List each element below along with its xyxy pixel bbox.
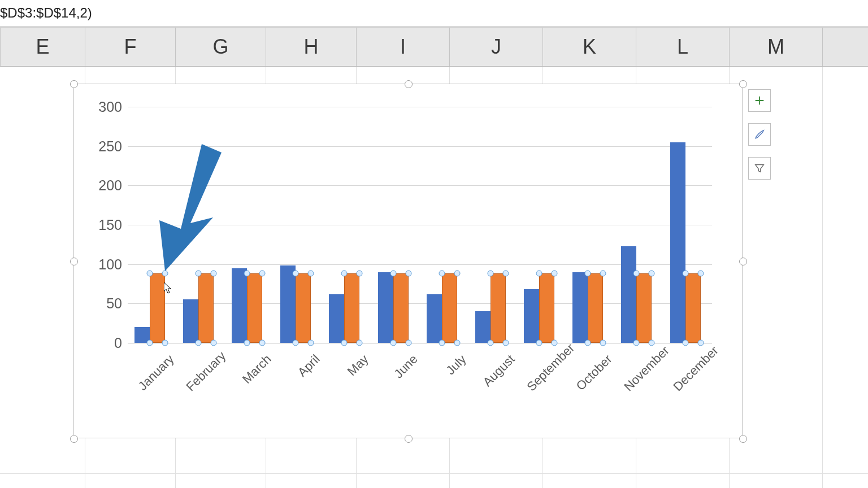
bar-series2[interactable] — [588, 273, 603, 343]
column-header-F[interactable]: F — [85, 28, 176, 66]
series-selection-handle[interactable] — [502, 271, 509, 277]
x-tick-label: August — [475, 352, 518, 394]
bar-series2[interactable] — [198, 273, 214, 343]
bar-series2[interactable] — [685, 273, 701, 343]
series-selection-handle[interactable] — [633, 340, 640, 346]
series-selection-handle[interactable] — [210, 340, 216, 346]
series-selection-handle[interactable] — [649, 340, 655, 346]
series-selection-handle[interactable] — [682, 340, 688, 346]
series-selection-handle[interactable] — [259, 271, 266, 277]
series-selection-handle[interactable] — [454, 271, 460, 277]
bar-series1[interactable] — [524, 289, 539, 343]
series-selection-handle[interactable] — [162, 340, 168, 346]
series-selection-handle[interactable] — [682, 271, 688, 277]
series-selection-handle[interactable] — [293, 271, 299, 277]
formula-bar[interactable]: $D$3:$D$14,2) — [0, 0, 868, 27]
bar-series2[interactable] — [344, 273, 359, 343]
series-selection-handle[interactable] — [195, 340, 201, 346]
series-selection-handle[interactable] — [552, 271, 558, 277]
series-selection-handle[interactable] — [454, 340, 460, 346]
bar-series2[interactable] — [539, 273, 554, 343]
series-selection-handle[interactable] — [357, 271, 363, 277]
column-header-K[interactable]: K — [543, 28, 636, 66]
x-tick-label: May — [329, 352, 372, 394]
bar-series2[interactable] — [393, 273, 409, 343]
bar-series1[interactable] — [572, 272, 588, 343]
bar-series2[interactable] — [442, 273, 457, 343]
series-selection-handle[interactable] — [585, 340, 591, 346]
selection-handle[interactable] — [739, 435, 747, 443]
series-selection-handle[interactable] — [162, 271, 168, 277]
selection-handle[interactable] — [70, 80, 78, 88]
selection-handle[interactable] — [70, 258, 78, 265]
series-selection-handle[interactable] — [600, 271, 606, 277]
selection-handle[interactable] — [405, 80, 413, 88]
series-selection-handle[interactable] — [390, 271, 396, 277]
bar-series1[interactable] — [621, 246, 636, 343]
x-tick-label: April — [281, 352, 323, 394]
series-selection-handle[interactable] — [308, 340, 314, 346]
series-selection-handle[interactable] — [487, 340, 493, 346]
formula-text: $D$3:$D$14,2) — [0, 5, 92, 21]
series-selection-handle[interactable] — [259, 340, 266, 346]
column-headers[interactable]: EFGHIJKLM — [0, 27, 868, 67]
series-selection-handle[interactable] — [439, 271, 445, 277]
bar-series1[interactable] — [475, 311, 491, 343]
series-selection-handle[interactable] — [552, 340, 558, 346]
series-selection-handle[interactable] — [649, 271, 655, 277]
bar-series2[interactable] — [150, 273, 165, 343]
selection-handle[interactable] — [405, 435, 413, 443]
bar-series1[interactable] — [280, 265, 296, 343]
chart-filters-button[interactable] — [748, 157, 771, 180]
series-selection-handle[interactable] — [244, 340, 250, 346]
chart-elements-button[interactable] — [748, 89, 771, 112]
series-selection-handle[interactable] — [697, 271, 704, 277]
series-selection-handle[interactable] — [244, 271, 250, 277]
series-selection-handle[interactable] — [210, 271, 216, 277]
column-header-J[interactable]: J — [450, 28, 543, 66]
selection-handle[interactable] — [739, 258, 747, 265]
bar-series1[interactable] — [670, 142, 685, 343]
series-selection-handle[interactable] — [341, 271, 348, 277]
chart-styles-button[interactable] — [748, 123, 771, 146]
series-selection-handle[interactable] — [697, 340, 704, 346]
column-header-E[interactable]: E — [1, 28, 85, 66]
series-selection-handle[interactable] — [405, 271, 411, 277]
bar-series1[interactable] — [427, 294, 442, 343]
series-selection-handle[interactable] — [308, 271, 314, 277]
series-selection-handle[interactable] — [502, 340, 509, 346]
series-selection-handle[interactable] — [585, 271, 591, 277]
bar-series2[interactable] — [491, 273, 506, 343]
series-selection-handle[interactable] — [146, 271, 153, 277]
series-selection-handle[interactable] — [293, 340, 299, 346]
series-selection-handle[interactable] — [536, 340, 542, 346]
series-selection-handle[interactable] — [405, 340, 411, 346]
series-selection-handle[interactable] — [536, 271, 542, 277]
series-selection-handle[interactable] — [146, 340, 153, 346]
y-tick-label: 150 — [98, 217, 122, 233]
series-selection-handle[interactable] — [390, 340, 396, 346]
bar-series2[interactable] — [296, 273, 311, 343]
series-selection-handle[interactable] — [195, 271, 201, 277]
series-selection-handle[interactable] — [341, 340, 348, 346]
column-header-L[interactable]: L — [636, 28, 730, 66]
selection-handle[interactable] — [739, 80, 747, 88]
column-header-I[interactable]: I — [357, 28, 450, 66]
plot-area[interactable]: 050100150200250300JanuaryFebruaryMarchAp… — [128, 107, 712, 343]
selection-handle[interactable] — [70, 435, 78, 443]
bar-series2[interactable] — [247, 273, 262, 343]
series-selection-handle[interactable] — [357, 340, 363, 346]
column-header-G[interactable]: G — [176, 28, 266, 66]
column-header-M[interactable]: M — [730, 28, 823, 66]
series-selection-handle[interactable] — [439, 340, 445, 346]
bar-series1[interactable] — [183, 299, 198, 343]
series-selection-handle[interactable] — [487, 271, 493, 277]
column-header-H[interactable]: H — [266, 28, 357, 66]
chart-object[interactable]: 050100150200250300JanuaryFebruaryMarchAp… — [73, 84, 743, 438]
series-selection-handle[interactable] — [633, 271, 640, 277]
series-selection-handle[interactable] — [600, 340, 606, 346]
bar-series1[interactable] — [232, 268, 247, 343]
bar-series1[interactable] — [378, 272, 393, 343]
bar-series1[interactable] — [329, 294, 344, 343]
bar-series2[interactable] — [636, 273, 652, 343]
